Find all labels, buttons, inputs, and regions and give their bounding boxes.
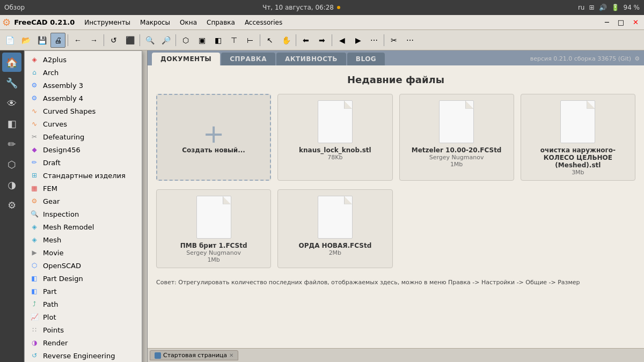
menu-help[interactable]: Справка — [202, 18, 239, 27]
dropdown-item-curves[interactable]: ∿ Curves — [25, 117, 142, 130]
file-grid-row2: ПМВ брит 1.FCStd Sergey Nugmanov 1Mb ОРД… — [156, 189, 635, 268]
sidebar-home-icon[interactable]: 🏠 — [2, 53, 21, 72]
file-grid-row1: + Создать новый... knaus_lock_knob.stl 7… — [156, 94, 635, 181]
file-page-1 — [439, 100, 474, 143]
dropdown-item-inspection[interactable]: 🔍 Inspection — [25, 208, 142, 220]
system-bar-left: Обзор — [4, 4, 25, 11]
file-icon-3 — [192, 194, 235, 240]
sidebar-tools-icon[interactable]: 🔧 — [2, 73, 21, 92]
new-file-btn[interactable]: 📄 — [2, 33, 17, 48]
menu-instruments[interactable]: Инструменты — [80, 18, 135, 27]
zoom-in-btn[interactable]: 🔍 — [142, 33, 157, 48]
tab-help[interactable]: СПРАВКА — [221, 53, 275, 65]
zoom-out-btn[interactable]: 🔎 — [158, 33, 173, 48]
sidebar-render-icon[interactable]: ◑ — [2, 175, 21, 194]
file-page-0 — [318, 100, 353, 143]
tab-activity[interactable]: АКТИВНОСТЬ — [276, 53, 346, 65]
dropdown-item-assembly4[interactable]: ⚙ Assembly 4 — [25, 92, 142, 105]
mesh-remodel-label: Mesh Remodel — [43, 223, 94, 231]
file-name-0: knaus_lock_knob.stl — [299, 146, 371, 154]
more-btn[interactable]: ⋯ — [402, 33, 418, 48]
sidebar-part-icon[interactable]: ⬡ — [2, 154, 21, 174]
start-page-tab[interactable]: Стартовая страница ✕ — [150, 350, 238, 360]
print-btn[interactable]: 🖨 — [50, 33, 65, 48]
dropdown-item-gear[interactable]: ⚙ Gear — [25, 195, 142, 208]
dropdown-item-path[interactable]: ⤴ Path — [25, 298, 142, 311]
dropdown-item-openscad[interactable]: ⬡ OpenSCAD — [25, 259, 142, 272]
network-icon: ⊞ — [589, 4, 594, 11]
dropdown-item-curved-shapes[interactable]: ∿ Curved Shapes — [25, 105, 142, 117]
maximize-button[interactable]: □ — [614, 17, 627, 27]
dropdown-item-assembly3[interactable]: ⚙ Assembly 3 — [25, 79, 142, 92]
extra1-btn[interactable]: ◀ — [334, 33, 349, 48]
dropdown-item-points[interactable]: ∷ Points — [25, 323, 142, 336]
sidebar-sketch-icon[interactable]: ✏ — [2, 134, 21, 153]
nav-fwd-btn[interactable]: ➡ — [314, 33, 330, 48]
new-file-plus-icon: + — [203, 121, 224, 146]
dropdown-item-render[interactable]: ◑ Render — [25, 336, 142, 349]
back-view-btn[interactable]: ◧ — [210, 33, 225, 48]
pan-btn[interactable]: ✋ — [279, 33, 294, 48]
tab-blog[interactable]: BLOG — [347, 53, 385, 65]
refresh-btn[interactable]: ↺ — [106, 33, 121, 48]
menu-accessories[interactable]: Accessories — [240, 18, 287, 27]
sidebar-model-icon[interactable]: ◧ — [2, 114, 21, 133]
file-name-1: Metzeler 10.00-20.FCStd — [412, 146, 502, 154]
design456-label: Design456 — [43, 146, 80, 154]
start-page-tab-label: Стартовая страница — [163, 352, 227, 359]
dropdown-item-arch[interactable]: ⌂ Arch — [25, 66, 142, 79]
dropdown-item-movie[interactable]: ▶ Movie — [25, 246, 142, 259]
file-card-4[interactable]: ОРДА НОВАЯ.FCStd 2Mb — [277, 189, 392, 268]
dropdown-item-fem[interactable]: ▦ FEM — [25, 182, 142, 195]
dropdown-item-plot[interactable]: 📈 Plot — [25, 311, 142, 323]
new-file-card[interactable]: + Создать новый... — [156, 94, 271, 181]
open-file-btn[interactable]: 📂 — [18, 33, 33, 48]
minimize-button[interactable]: ─ — [602, 17, 612, 27]
settings-gear-icon[interactable]: ⚙ — [634, 55, 640, 62]
design456-icon: ◆ — [30, 145, 39, 154]
dropdown-item-draft[interactable]: ✏ Draft — [25, 156, 142, 169]
file-meta-4: 2Mb — [329, 249, 341, 256]
select-btn[interactable]: ↖ — [262, 33, 277, 48]
system-bar: Обзор Чт, 10 августа, 06:28 ru ⊞ 🔊 🔋 94 … — [0, 0, 644, 15]
file-card-3[interactable]: ПМВ брит 1.FCStd Sergey Nugmanov 1Mb — [156, 189, 271, 268]
tab-documents[interactable]: ДОКУМЕНТЫ — [152, 53, 220, 65]
draft-icon: ✏ — [30, 158, 39, 167]
extra3-btn[interactable]: ⋯ — [367, 33, 382, 48]
points-icon: ∷ — [30, 326, 39, 334]
dropdown-item-a2plus[interactable]: ◈ A2plus — [25, 53, 142, 66]
save-btn[interactable]: 💾 — [34, 33, 49, 48]
file-icon-1 — [435, 99, 478, 144]
plot-label: Plot — [43, 313, 56, 321]
file-card-0[interactable]: knaus_lock_knob.stl 78Kb — [277, 94, 392, 181]
sidebar-view-icon[interactable]: 👁 — [2, 93, 21, 113]
dropdown-item-mesh[interactable]: ◈ Mesh — [25, 233, 142, 246]
file-card-1[interactable]: Metzeler 10.00-20.FCStd Sergey Nugmanov … — [399, 94, 514, 181]
front-view-btn[interactable]: ▣ — [194, 33, 209, 48]
undo-btn[interactable]: ← — [70, 33, 85, 48]
dropdown-item-fasteners[interactable]: ⊞ Стандартные изделия — [25, 169, 142, 182]
part-icon: ◧ — [30, 287, 39, 295]
dropdown-item-part-design[interactable]: ◧ Part Design — [25, 272, 142, 285]
dropdown-item-design456[interactable]: ◆ Design456 — [25, 143, 142, 156]
dropdown-item-part[interactable]: ◧ Part — [25, 285, 142, 298]
sidebar-settings-icon[interactable]: ⚙ — [2, 195, 21, 215]
start-page-tab-close[interactable]: ✕ — [229, 352, 233, 358]
3d-view-btn[interactable]: ⬡ — [178, 33, 193, 48]
redo-btn[interactable]: → — [86, 33, 101, 48]
dropdown-item-mesh-remodel[interactable]: ◈ Mesh Remodel — [25, 220, 142, 233]
nav-back-btn[interactable]: ⬅ — [298, 33, 313, 48]
top-view-btn[interactable]: ⊤ — [226, 33, 241, 48]
app-window: ⚙ FreeCAD 0.21.0 Инструменты Макросы Окн… — [0, 15, 644, 362]
dropdown-item-reverse-eng[interactable]: ↺ Reverse Engineering — [25, 349, 142, 362]
cut-btn[interactable]: ✂ — [386, 33, 401, 48]
menu-windows[interactable]: Окна — [175, 18, 201, 27]
side-view-btn[interactable]: ⊢ — [243, 33, 258, 48]
a2plus-icon: ◈ — [30, 55, 39, 64]
extra2-btn[interactable]: ▶ — [350, 33, 365, 48]
stop-btn[interactable]: ⬛ — [122, 33, 137, 48]
file-card-2[interactable]: очистка наружного-КОЛЕСО ЦЕЛЬНОЕ (Meshed… — [521, 94, 635, 181]
dropdown-item-defeaturing[interactable]: ✂ Defeaturing — [25, 130, 142, 143]
close-button[interactable]: ✕ — [630, 17, 642, 27]
menu-macros[interactable]: Макросы — [136, 18, 174, 27]
